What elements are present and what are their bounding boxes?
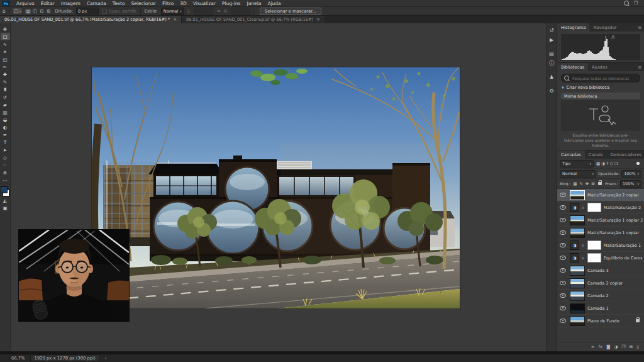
layer-row[interactable]: ◑∞Equilíbrio de Cores 1 bbox=[557, 252, 644, 264]
my-library-header[interactable]: Minha biblioteca bbox=[561, 93, 640, 99]
gradient-tool[interactable]: ▥ bbox=[1, 108, 10, 116]
new-layer-icon[interactable]: ⊞ bbox=[630, 344, 633, 349]
add-selection-icon[interactable]: ◫ bbox=[31, 9, 38, 14]
tab-demarcadores[interactable]: Demarcadores bbox=[607, 150, 644, 159]
layer-thumbnail[interactable] bbox=[570, 215, 585, 225]
layer-thumbnail[interactable] bbox=[570, 190, 585, 200]
layer-row[interactable]: Matiz/Saturação 2 copiar bbox=[557, 189, 644, 201]
zoom-tool[interactable]: ⊕ bbox=[1, 169, 10, 176]
history-panel-icon[interactable]: ↺ bbox=[547, 26, 557, 35]
actions-panel-icon[interactable]: ▶ bbox=[547, 36, 557, 44]
layer-visibility-toggle[interactable] bbox=[560, 306, 566, 310]
menu-plug-ins[interactable]: Plug-ins bbox=[219, 1, 244, 6]
crop-tool[interactable]: ◰ bbox=[1, 55, 10, 63]
canvas-area[interactable] bbox=[11, 23, 546, 351]
hand-tool[interactable]: ☞ bbox=[1, 161, 10, 169]
lock-all-icon[interactable] bbox=[598, 182, 602, 185]
clone-stamp-tool[interactable]: ♜ bbox=[1, 86, 10, 93]
style-select[interactable]: Normal ▾ bbox=[161, 8, 184, 15]
history-brush-tool[interactable]: ↺ bbox=[1, 93, 10, 101]
move-tool[interactable]: ✥ bbox=[1, 25, 10, 33]
info-panel-icon[interactable]: ⓘ bbox=[547, 59, 557, 67]
healing-brush-tool[interactable]: ✚ bbox=[1, 71, 10, 78]
layer-visibility-toggle[interactable] bbox=[560, 281, 566, 285]
type-tool[interactable]: T bbox=[1, 139, 10, 146]
library-search-input[interactable] bbox=[571, 76, 637, 81]
workspace-icon[interactable]: ❐ bbox=[634, 1, 638, 6]
screen-mode-button[interactable]: ▣ bbox=[1, 204, 10, 212]
properties-panel-icon[interactable]: ▤ bbox=[547, 50, 557, 58]
close-icon[interactable]: × bbox=[316, 17, 320, 22]
menu-ajuda[interactable]: Ajuda bbox=[264, 1, 284, 6]
layer-row[interactable]: Camada 3 bbox=[557, 264, 644, 277]
layer-row[interactable]: Plano de Fundo bbox=[557, 315, 644, 327]
shape-tool[interactable]: ◇ bbox=[1, 154, 10, 161]
document-info[interactable]: 1920 px x 1278 px (300 ppi) bbox=[30, 354, 100, 362]
layer-row[interactable]: Matiz/Saturação 1 copiar bbox=[557, 227, 644, 239]
pen-tool[interactable]: ✒ bbox=[1, 131, 10, 139]
brush-tool[interactable]: ✎ bbox=[1, 78, 10, 86]
adjustment-filter-icon[interactable]: ◑ bbox=[601, 161, 606, 166]
layer-thumbnail[interactable] bbox=[570, 291, 585, 301]
tab-ajustes[interactable]: Ajustes bbox=[588, 63, 611, 71]
layer-visibility-toggle[interactable] bbox=[560, 243, 566, 247]
adjustment-layer-thumbnail[interactable]: ◑ bbox=[570, 253, 579, 263]
quick-mask-button[interactable]: ◭ bbox=[1, 196, 10, 204]
path-selection-tool[interactable]: ➤ bbox=[1, 146, 10, 154]
layer-visibility-toggle[interactable] bbox=[560, 230, 566, 235]
menu-imagem[interactable]: Imagem bbox=[58, 1, 84, 6]
filter-pin-icon[interactable] bbox=[636, 162, 640, 165]
document-tab-inactive[interactable]: 06.01_HOUSE OF SAND_001_Cleanup.tif @ 66… bbox=[181, 16, 325, 23]
settings-panel-icon[interactable]: ⚙ bbox=[547, 87, 557, 95]
layer-row[interactable]: ◑∞Matiz/Saturação 1 bbox=[557, 239, 644, 252]
lock-transparency-icon[interactable]: ▦ bbox=[572, 181, 577, 186]
marquee-tool[interactable]: ▢ bbox=[1, 33, 10, 40]
shape-filter-icon[interactable]: ◇ bbox=[609, 161, 614, 166]
antialias-checkbox[interactable] bbox=[102, 9, 107, 14]
tab-canais[interactable]: Canais bbox=[585, 150, 607, 159]
document-tab-active[interactable]: 06.01_HOUSE OF SAND_001.tif @ 66,7% (Mat… bbox=[0, 16, 181, 23]
document-canvas[interactable] bbox=[92, 67, 460, 308]
pixel-filter-icon[interactable]: ▦ bbox=[596, 161, 601, 166]
blend-mode-select[interactable]: Normal ▾ bbox=[560, 170, 596, 178]
current-tool-icon[interactable]: ▢ ▾ bbox=[13, 8, 22, 14]
fill-select[interactable]: 100% ▾ bbox=[620, 180, 641, 188]
layer-thumbnail[interactable] bbox=[570, 266, 585, 276]
layer-visibility-toggle[interactable] bbox=[560, 218, 566, 222]
lock-artboard-icon[interactable]: ⊞ bbox=[591, 181, 595, 186]
layer-filter-select[interactable]: Tipo ▾ bbox=[560, 160, 594, 167]
layer-visibility-toggle[interactable] bbox=[560, 293, 566, 298]
layer-effects-icon[interactable]: fx bbox=[598, 344, 602, 349]
intersect-selection-icon[interactable]: ⊞ bbox=[45, 9, 52, 14]
clone-source-panel-icon[interactable]: ♟ bbox=[547, 73, 557, 81]
menu-editar[interactable]: Editar bbox=[38, 1, 58, 6]
close-icon[interactable]: × bbox=[173, 17, 177, 22]
layer-mask-thumbnail[interactable] bbox=[587, 240, 601, 250]
tab-camadas[interactable]: Camadas bbox=[557, 150, 585, 159]
menu-visualizar[interactable]: Visualizar bbox=[190, 1, 219, 6]
menu-arquivo[interactable]: Arquivo bbox=[13, 1, 38, 6]
lasso-tool[interactable]: ∿ bbox=[1, 40, 10, 48]
layer-mask-thumbnail[interactable] bbox=[587, 203, 601, 212]
home-icon[interactable]: ⌂ bbox=[3, 8, 6, 14]
layer-row[interactable]: Camada 2 copiar bbox=[557, 277, 644, 290]
opacity-select[interactable]: 100% ▾ bbox=[621, 170, 641, 178]
subtract-selection-icon[interactable]: ⊟ bbox=[39, 9, 45, 14]
lock-pixels-icon[interactable]: ✎ bbox=[579, 181, 583, 186]
chevron-right-icon[interactable]: › bbox=[105, 356, 107, 361]
panel-menu-icon[interactable]: ≡ bbox=[638, 23, 641, 31]
layer-visibility-toggle[interactable] bbox=[560, 205, 566, 210]
magic-wand-tool[interactable]: ✶ bbox=[1, 48, 10, 55]
menu-selecionar[interactable]: Selecionar bbox=[128, 1, 159, 6]
delete-layer-icon[interactable]: ▯ bbox=[636, 344, 639, 349]
layer-mask-thumbnail[interactable] bbox=[587, 253, 601, 263]
adjustment-layer-thumbnail[interactable]: ◑ bbox=[570, 240, 579, 250]
tab-histograma[interactable]: Histograma bbox=[557, 23, 589, 31]
menu-camada[interactable]: Camada bbox=[84, 1, 109, 6]
adjustment-layer-thumbnail[interactable]: ◑ bbox=[570, 203, 579, 212]
menu-filtro[interactable]: Filtro bbox=[159, 1, 177, 6]
lock-position-icon[interactable]: ✥ bbox=[585, 181, 589, 186]
dodge-tool[interactable]: ◐ bbox=[1, 123, 10, 131]
feather-input[interactable] bbox=[76, 8, 99, 14]
layer-thumbnail[interactable] bbox=[570, 303, 585, 314]
